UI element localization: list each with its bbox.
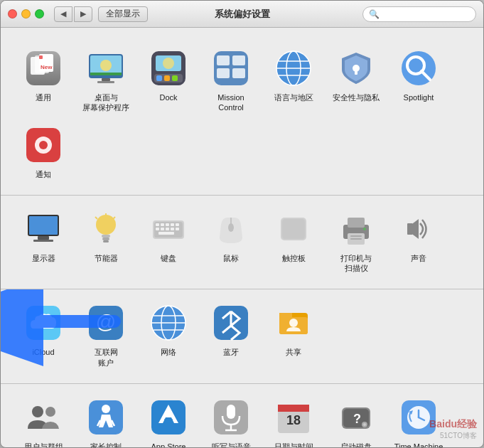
mouse-item[interactable]: 鼠标: [200, 203, 262, 279]
svg-point-109: [363, 423, 366, 426]
svg-rect-51: [156, 223, 159, 226]
display-item[interactable]: 显示器: [12, 203, 75, 279]
security-icon: [335, 48, 377, 89]
svg-line-47: [113, 217, 115, 219]
svg-rect-70: [350, 238, 362, 240]
svg-rect-61: [158, 232, 174, 235]
svg-rect-43: [102, 235, 110, 238]
svg-rect-5: [39, 55, 43, 59]
general-label: 通用: [36, 92, 51, 102]
dictation-item[interactable]: 听写与语音: [200, 391, 262, 447]
nav-buttons: ◀ ▶: [54, 6, 92, 22]
appstore-item[interactable]: App Store: [137, 391, 200, 447]
svg-rect-15: [164, 75, 170, 81]
users-item[interactable]: 用户与群组: [12, 391, 75, 447]
trackpad-item[interactable]: 触控板: [262, 203, 325, 279]
startup-icon: ?: [335, 397, 377, 438]
display-icon: [23, 208, 64, 250]
desktop-item[interactable]: 桌面与屏幕保护程序: [75, 42, 137, 119]
language-icon: [273, 48, 314, 89]
dictation-label: 听写与语音: [212, 442, 251, 447]
datetime-item[interactable]: 18 日期与时间: [262, 391, 325, 447]
startup-label: 启动磁盘: [340, 442, 372, 447]
datetime-label: 日期与时间: [274, 442, 313, 447]
internet-grid: iCloud @ 互联网账户: [12, 297, 472, 373]
printer-icon: [335, 208, 377, 250]
general-item[interactable]: New 通用: [12, 42, 75, 119]
parental-item[interactable]: 家长控制: [75, 391, 137, 447]
content-area: New 通用: [1, 28, 483, 447]
mouse-icon: [210, 208, 252, 250]
sharing-item[interactable]: 共享: [262, 297, 325, 373]
svg-rect-40: [38, 236, 49, 240]
energy-item[interactable]: 节能器: [75, 203, 137, 279]
svg-rect-16: [172, 75, 178, 81]
svg-rect-69: [350, 235, 362, 237]
printer-item[interactable]: 打印机与扫描仪: [325, 203, 387, 279]
svg-point-88: [289, 319, 298, 327]
dock-item[interactable]: Dock: [137, 42, 200, 119]
svg-text:18: 18: [286, 413, 301, 427]
window-title: 系统偏好设置: [215, 8, 270, 21]
svg-point-63: [228, 223, 234, 232]
spotlight-label: Spotlight: [404, 92, 434, 102]
traffic-lights: [8, 9, 44, 18]
mission-item[interactable]: MissionControl: [200, 42, 262, 119]
timemachine-item[interactable]: Time Machine: [387, 391, 450, 447]
svg-point-42: [96, 215, 116, 235]
keyboard-label: 键盘: [161, 253, 176, 263]
sound-item[interactable]: 声音: [387, 203, 450, 279]
notification-item[interactable]: 通知: [12, 119, 75, 185]
spotlight-item[interactable]: Spotlight: [387, 42, 450, 119]
svg-rect-60: [176, 228, 179, 230]
svg-point-90: [32, 406, 43, 417]
close-button[interactable]: [8, 9, 17, 18]
parental-icon: [85, 397, 127, 438]
svg-rect-52: [161, 223, 164, 226]
printer-label: 打印机与扫描仪: [340, 253, 372, 274]
svg-text:@: @: [96, 311, 116, 333]
svg-point-91: [45, 407, 55, 417]
sharing-label: 共享: [286, 347, 301, 357]
search-icon: 🔍: [369, 9, 380, 19]
notification-icon: [23, 124, 64, 166]
back-button[interactable]: ◀: [54, 6, 72, 22]
svg-rect-20: [217, 55, 230, 65]
svg-rect-58: [166, 228, 169, 230]
network-item[interactable]: 网络: [137, 297, 200, 373]
icloud-icon: [23, 302, 64, 343]
minimize-button[interactable]: [21, 9, 31, 18]
internet-label: 互联网账户: [95, 347, 118, 368]
svg-rect-87: [279, 313, 292, 319]
datetime-icon: 18: [273, 397, 314, 438]
show-all-button[interactable]: 全部显示: [98, 6, 148, 22]
system-grid: 用户与群组 家长控制: [12, 391, 472, 447]
timemachine-label: Time Machine: [394, 442, 443, 447]
svg-marker-72: [413, 219, 419, 239]
svg-rect-21: [232, 55, 245, 65]
dictation-icon: [210, 397, 252, 438]
svg-rect-41: [33, 240, 53, 242]
bluetooth-item[interactable]: 蓝牙: [200, 297, 262, 373]
section-system: 用户与群组 家长控制: [1, 384, 483, 447]
search-box[interactable]: 🔍: [362, 6, 476, 22]
internet-item[interactable]: @ 互联网账户: [75, 297, 137, 373]
svg-point-93: [102, 405, 110, 413]
security-item[interactable]: 安全性与隐私: [325, 42, 387, 119]
svg-point-71: [363, 228, 366, 230]
users-icon: [23, 397, 64, 438]
sharing-icon: [273, 302, 314, 343]
spotlight-icon: [398, 48, 439, 89]
svg-rect-104: [278, 409, 309, 412]
svg-rect-39: [29, 216, 58, 235]
keyboard-item[interactable]: 键盘: [137, 203, 200, 279]
dock-icon: [148, 48, 189, 89]
appstore-label: App Store: [151, 442, 186, 447]
language-item[interactable]: 语言与地区: [262, 42, 325, 119]
svg-rect-54: [171, 223, 174, 226]
forward-button[interactable]: ▶: [74, 6, 92, 22]
icloud-item[interactable]: iCloud: [12, 297, 75, 373]
maximize-button[interactable]: [35, 9, 44, 18]
startup-item[interactable]: ? 启动磁盘: [325, 391, 387, 447]
parental-label: 家长控制: [90, 442, 122, 447]
